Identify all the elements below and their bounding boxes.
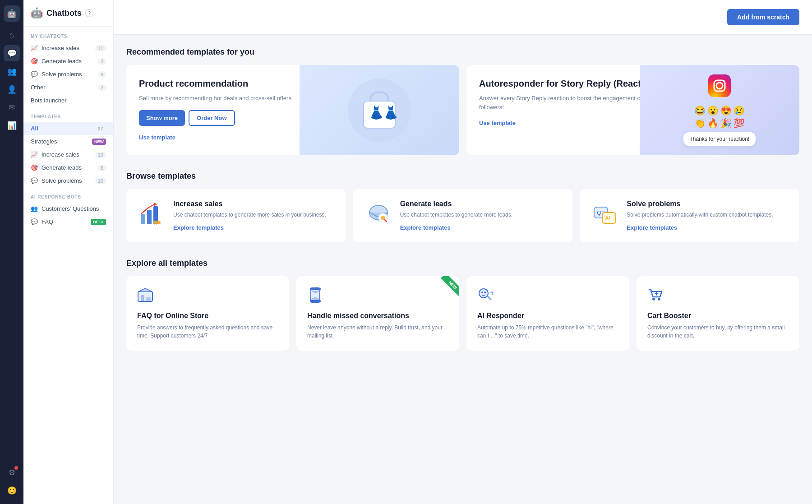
other-count: 2 bbox=[98, 84, 106, 91]
browse-solve-problems-text: Solve problems Solve problems automatica… bbox=[627, 200, 773, 231]
tmpl-generate-leads-count: 6 bbox=[98, 165, 106, 171]
sidebar-item-other[interactable]: Other 2 bbox=[23, 81, 113, 94]
settings-icon[interactable]: ⚙ bbox=[4, 464, 20, 481]
email-icon[interactable]: ✉ bbox=[4, 99, 20, 116]
sidebar-item-generate-leads[interactable]: 🎯 Generate leads 3 bbox=[23, 55, 113, 68]
logo-icon: 🤖 bbox=[4, 5, 20, 22]
increase-sales-label: Increase sales bbox=[42, 45, 92, 51]
svg-rect-4 bbox=[708, 74, 731, 97]
browse-generate-leads-text: Generate leads Use chatbot templates to … bbox=[400, 200, 512, 231]
sidebar-item-bots-launcher[interactable]: Bots launcher bbox=[23, 94, 113, 107]
contacts-icon[interactable]: 👤 bbox=[4, 81, 20, 97]
sidebar-item-faq[interactable]: 💬 FAQ BETA bbox=[23, 215, 113, 228]
svg-point-7 bbox=[723, 80, 725, 82]
svg-point-39 bbox=[652, 298, 655, 301]
sidebar-item-templates-solve-problems[interactable]: 💬 Solve problems 10 bbox=[23, 174, 113, 187]
add-from-scratch-button[interactable]: Add from scratch bbox=[727, 9, 799, 25]
explore-generate-leads-link[interactable]: Explore templates bbox=[400, 224, 451, 231]
tmpl-increase-sales-icon: 📈 bbox=[31, 151, 38, 158]
profile-icon[interactable]: 😊 bbox=[4, 482, 20, 499]
solve-problems-count: 8 bbox=[98, 71, 106, 78]
autoresponder-illustration: 😂 😮 😍 😢 👏 🔥 🎉 💯 Thanks for your reaction… bbox=[640, 65, 799, 155]
left-sidebar: 🤖 Chatbots ? MY CHATBOTS 📈 Increase sale… bbox=[23, 0, 114, 504]
tmpl-generate-leads-icon: 🎯 bbox=[31, 164, 38, 171]
recommended-grid: Product recommendation Sell more by reco… bbox=[126, 65, 799, 155]
browse-generate-leads-card: Generate leads Use chatbot templates to … bbox=[353, 189, 573, 242]
users-icon[interactable]: 👥 bbox=[4, 63, 20, 79]
missed-conversations-card: NEW Handle missed conversations Never le… bbox=[296, 276, 459, 351]
emoji-love: 😍 bbox=[720, 105, 732, 116]
increase-sales-icon: 📈 bbox=[31, 45, 38, 51]
all-label: All bbox=[31, 125, 92, 132]
ai-responder-icon: ▶ bbox=[477, 287, 618, 306]
sales-svg: 🛒 bbox=[137, 200, 166, 229]
faq-store-desc: Provide answers to frequently asked ques… bbox=[137, 324, 278, 340]
sidebar-header: 🤖 Chatbots ? bbox=[23, 7, 113, 27]
product-recommendation-desc: Sell more by recommending hot deals and … bbox=[139, 94, 323, 103]
order-now-button[interactable]: Order Now bbox=[189, 110, 235, 126]
tmpl-increase-sales-count: 10 bbox=[95, 152, 106, 158]
all-count: 27 bbox=[95, 125, 106, 132]
notification-dot bbox=[14, 466, 18, 470]
sidebar-item-templates-generate-leads[interactable]: 🎯 Generate leads 6 bbox=[23, 161, 113, 174]
sidebar-item-all[interactable]: All 27 bbox=[23, 122, 113, 135]
analytics-icon[interactable]: 📊 bbox=[4, 117, 20, 134]
shopping-bag-svg: 👗 👗 bbox=[343, 74, 415, 146]
svg-point-35 bbox=[481, 291, 483, 293]
explore-all-section-title: Explore all templates bbox=[126, 259, 799, 268]
browse-generate-leads-title: Generate leads bbox=[400, 200, 512, 208]
sidebar-item-increase-sales[interactable]: 📈 Increase sales 11 bbox=[23, 42, 113, 55]
faq-icon: 💬 bbox=[31, 218, 38, 225]
emoji-wow: 😮 bbox=[707, 105, 719, 116]
tmpl-solve-problems-count: 10 bbox=[95, 178, 106, 184]
missed-conv-icon bbox=[307, 287, 448, 306]
faq-online-store-card: FAQ for Online Store Provide answers to … bbox=[126, 276, 289, 351]
sidebar-item-strategies[interactable]: Strategies NEW bbox=[23, 135, 113, 148]
reaction-text: Thanks for your reaction! bbox=[690, 136, 750, 142]
sidebar-item-solve-problems[interactable]: 💬 Solve problems 8 bbox=[23, 68, 113, 81]
hourglass-svg bbox=[307, 287, 323, 303]
solve-problems-icon: 💬 bbox=[31, 71, 38, 78]
svg-rect-8 bbox=[141, 214, 145, 224]
new-badge-corner: NEW bbox=[432, 276, 459, 303]
tmpl-solve-problems-label: Solve problems bbox=[42, 177, 92, 184]
sidebar-item-templates-increase-sales[interactable]: 📈 Increase sales 10 bbox=[23, 148, 113, 161]
cart-booster-card: Cart Booster Convince your customers to … bbox=[637, 276, 799, 351]
main-content: Add from scratch Recommended templates f… bbox=[114, 0, 812, 504]
other-label: Other bbox=[31, 84, 94, 91]
product-recommendation-title: Product recommendation bbox=[139, 78, 323, 89]
product-recommendation-buttons: Show more Order Now bbox=[139, 110, 323, 126]
svg-point-40 bbox=[658, 298, 660, 301]
browse-increase-sales-card: 🛒 Increase sales Use chatbot templates t… bbox=[126, 189, 346, 242]
bots-launcher-label: Bots launcher bbox=[31, 97, 106, 104]
home-icon[interactable]: ⌂ bbox=[4, 27, 20, 43]
increase-sales-count: 11 bbox=[95, 45, 106, 51]
svg-rect-9 bbox=[147, 210, 152, 224]
show-more-button[interactable]: Show more bbox=[139, 110, 185, 126]
templates-label: TEMPLATES bbox=[23, 107, 113, 122]
browse-solve-problems-icon: Q? A! bbox=[591, 200, 619, 229]
browse-solve-problems-title: Solve problems bbox=[627, 200, 773, 208]
svg-rect-32 bbox=[310, 288, 321, 290]
help-button[interactable]: ? bbox=[85, 9, 93, 17]
autoresponder-card: Autoresponder for Story Reply (Reactions… bbox=[466, 65, 799, 155]
tmpl-increase-sales-label: Increase sales bbox=[42, 151, 92, 158]
missed-conv-title: Handle missed conversations bbox=[307, 312, 448, 320]
product-rec-illustration: 👗 👗 bbox=[300, 65, 459, 155]
cart-booster-svg bbox=[647, 287, 664, 303]
cart-booster-title: Cart Booster bbox=[647, 312, 789, 320]
svg-text:A!: A! bbox=[605, 215, 610, 222]
product-recommendation-card: Product recommendation Sell more by reco… bbox=[126, 65, 459, 155]
product-recommendation-content: Product recommendation Sell more by reco… bbox=[139, 78, 323, 141]
emoji-party: 🎉 bbox=[720, 118, 732, 129]
autoresponder-use-template-link[interactable]: Use template bbox=[479, 120, 516, 126]
chatbot-nav-icon[interactable]: 💬 bbox=[4, 45, 20, 61]
explore-solve-problems-link[interactable]: Explore templates bbox=[627, 224, 677, 231]
explore-all-grid: FAQ for Online Store Provide answers to … bbox=[126, 276, 799, 351]
generate-leads-label: Generate leads bbox=[42, 58, 94, 65]
emoji-100: 💯 bbox=[734, 118, 745, 129]
sidebar-item-customers-questions[interactable]: 👥 Customers' Questions bbox=[23, 202, 113, 215]
product-rec-use-template-link[interactable]: Use template bbox=[139, 134, 175, 141]
browse-increase-sales-title: Increase sales bbox=[173, 200, 326, 208]
explore-increase-sales-link[interactable]: Explore templates bbox=[173, 224, 224, 231]
